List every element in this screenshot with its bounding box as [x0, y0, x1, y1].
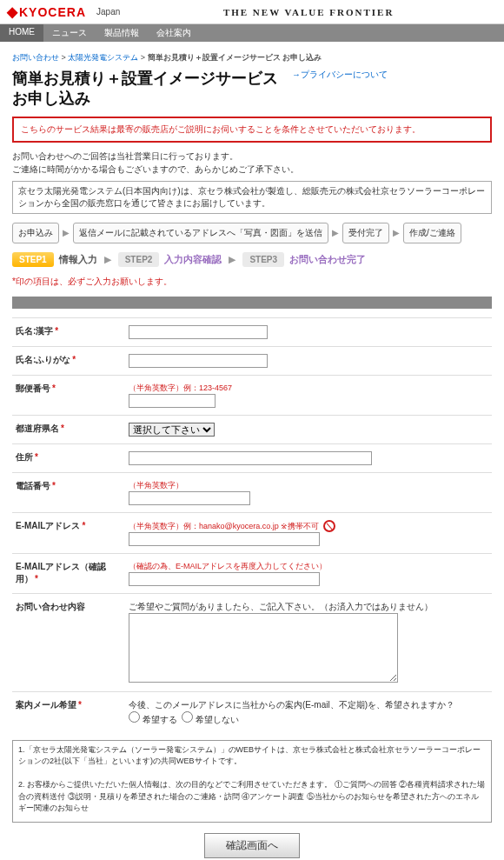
sub-hint: 今後、このメールアドレスに当社からの案内(E-mail、不定期)を、希望されます… [129, 700, 454, 710]
region-label: Japan [96, 7, 120, 17]
bc-solar[interactable]: 太陽光発電システム [68, 53, 138, 62]
label-email2: E-MAILアドレス（確認用） [16, 562, 106, 583]
terms-box[interactable]: 1.「京セラ太陽光発電システム（ソーラー発電システム）」のWEBサイトは、京セラ… [12, 740, 492, 823]
step-indicator: STEP1情報入力▶ STEP2入力内容確認▶ STEP3お問い合わせ完了 [12, 252, 492, 267]
kana-input[interactable] [129, 354, 268, 368]
body-hint: ご希望やご質問がありましたら、ご記入下さい。（お済入力ではありません） [129, 602, 433, 611]
terms-p1: 1.「京セラ太陽光発電システム（ソーラー発電システム）」のWEBサイトは、京セラ… [18, 744, 486, 768]
email2-input[interactable] [129, 572, 320, 586]
section-divider [12, 297, 492, 309]
label-pref: 都道府県名 [16, 423, 59, 433]
label-name: 氏名:漢字 [16, 326, 53, 336]
prohibit-icon: ＼ [323, 520, 335, 532]
breadcrumb: お問い合わせ > 太陽光発電システム > 簡単お見積り＋設置イメージサービス お… [12, 52, 492, 63]
note-text: お問い合わせへのご回答は当社営業日に行っております。 ご連絡に時間がかかる場合も… [12, 150, 492, 176]
email2-hint: （確認の為、E-MAILアドレスを再度入力してください） [129, 562, 327, 570]
flow-create: 作成/ご連絡 [403, 223, 461, 243]
zip-input[interactable] [129, 394, 216, 408]
sub-yes[interactable]: 希望する [129, 715, 177, 724]
step3-tag: STEP3 [242, 252, 284, 267]
nav-news[interactable]: ニュース [43, 24, 96, 42]
label-body: お問い合わせ内容 [16, 602, 85, 611]
flow-send: 返信メールに記載されているアドレスへ「写真・図面」を送信 [73, 223, 328, 243]
step3-label: お問い合わせ完了 [289, 253, 366, 266]
email-ng-label: ※携帯不可 [281, 522, 319, 530]
body-textarea[interactable] [129, 613, 398, 683]
confirm-button[interactable]: 確認画面へ [204, 833, 300, 858]
notice-box: こちらのサービス結果は最寄の販売店がご説明にお伺いすることを条件とさせていただい… [12, 117, 492, 143]
addr-input[interactable] [129, 451, 372, 465]
flow-diagram: お申込み▶ 返信メールに記載されているアドレスへ「写真・図面」を送信▶ 受付完了… [12, 223, 492, 243]
name-input[interactable] [129, 325, 268, 339]
email-hint: （半角英数字）例：hanako@kyocera.co.jp [129, 522, 279, 530]
pref-select[interactable]: 選択して下さい [129, 423, 215, 437]
info-box: 京セラ太陽光発電システム(日本国内向け)は、京セラ株式会社が製造し、総販売元の株… [12, 181, 492, 214]
bc-contact[interactable]: お問い合わせ [12, 53, 59, 62]
page-title: 簡単お見積り＋設置イメージサービス お申し込み [12, 69, 278, 110]
tagline: THE NEW VALUE FRONTIER [120, 7, 497, 17]
label-zip: 郵便番号 [16, 383, 50, 393]
label-sub: 案内メール希望 [16, 700, 76, 710]
step1-label: 情報入力 [59, 253, 97, 266]
label-addr: 住所 [16, 452, 33, 462]
logo-text: KYOCERA [19, 5, 86, 19]
tel-hint: （半角英数字） [129, 481, 183, 490]
logo-icon: ◆ [7, 3, 17, 20]
label-kana: 氏名:ふりがな [16, 355, 70, 364]
flow-accept: 受付完了 [342, 223, 389, 243]
zip-hint: （半角英数字）例：123-4567 [129, 383, 232, 392]
global-nav: HOME ニュース 製品情報 会社案内 [0, 24, 504, 42]
required-note: *印の項目は、必ずご入力お願いします。 [12, 276, 492, 288]
logo[interactable]: ◆ KYOCERA [7, 3, 86, 20]
bc-current: 簡単お見積り＋設置イメージサービス お申し込み [148, 53, 322, 62]
tel-input[interactable] [129, 491, 250, 505]
flow-apply: お申込み [12, 223, 59, 243]
step2-label: 入力内容確認 [164, 253, 222, 266]
nav-home[interactable]: HOME [0, 24, 43, 42]
privacy-link[interactable]: →プライバシーについて [292, 69, 388, 81]
terms-p2: 2. お客様からご提供いただいた個人情報は、次の目的などでご利用させていただきま… [18, 779, 486, 815]
step2-tag: STEP2 [118, 252, 160, 267]
label-tel: 電話番号 [16, 481, 50, 490]
nav-company[interactable]: 会社案内 [148, 24, 200, 42]
step1-tag: STEP1 [12, 252, 54, 267]
top-bar: ◆ KYOCERA Japan THE NEW VALUE FRONTIER [0, 0, 504, 24]
email-input[interactable] [129, 532, 320, 546]
form-table: 氏名:漢字* 氏名:ふりがな* 郵便番号* （半角英数字）例：123-4567 … [12, 317, 492, 733]
nav-products[interactable]: 製品情報 [96, 24, 148, 42]
sub-no[interactable]: 希望しない [182, 715, 239, 724]
label-email: E-MAILアドレス [16, 521, 80, 530]
